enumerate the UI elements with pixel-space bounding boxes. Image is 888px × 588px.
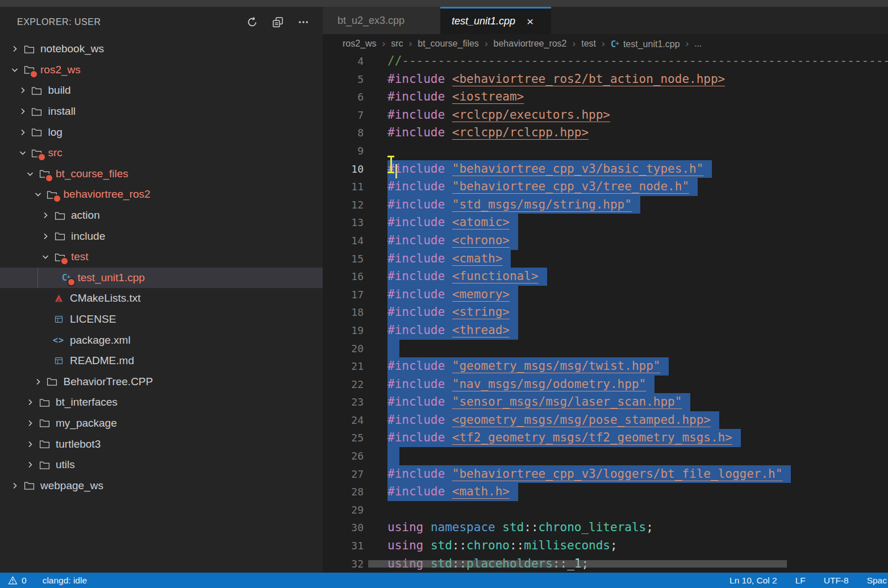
line-number[interactable]: 4 <box>323 52 364 70</box>
tree-item-src[interactable]: src <box>0 143 323 164</box>
tab-test_unit1[interactable]: test_unit1.cpp × <box>440 7 551 34</box>
tree-item-log[interactable]: log <box>0 122 323 143</box>
line-number[interactable]: 8 <box>323 124 364 142</box>
chevron-right-icon[interactable] <box>8 44 22 53</box>
line-number[interactable]: 21 <box>323 357 364 376</box>
code-line-13[interactable]: 13#include <atomic> <box>323 214 888 232</box>
line-number[interactable]: 19 <box>323 322 364 340</box>
code-line-24[interactable]: 24#include <geometry_msgs/msg/pose_stamp… <box>323 411 888 429</box>
encoding-indicator[interactable]: UTF-8 <box>824 576 849 586</box>
code-line-11[interactable]: 11#include "behaviortree_cpp_v3/tree_nod… <box>323 178 888 196</box>
tab-bt_u2_ex3[interactable]: bt_u2_ex3.cpp <box>323 7 440 34</box>
collapse-folders-icon[interactable] <box>272 16 284 28</box>
tree-item-test[interactable]: test <box>0 247 323 268</box>
tree-item-test_unit1.cpp[interactable]: C+test_unit1.cpp <box>0 268 323 289</box>
line-number[interactable]: 13 <box>323 214 364 232</box>
code-line-23[interactable]: 23#include "sensor_msgs/msg/laser_scan.h… <box>323 393 888 411</box>
line-number[interactable]: 20 <box>323 340 364 358</box>
problems-indicator[interactable]: 0 <box>8 576 27 586</box>
chevron-right-icon[interactable] <box>16 86 30 95</box>
code-line-10[interactable]: 10#include "behaviortree_cpp_v3/basic_ty… <box>323 160 888 178</box>
line-number[interactable]: 14 <box>323 232 364 250</box>
eol-indicator[interactable]: LF <box>795 576 806 586</box>
breadcrumb-item[interactable]: src <box>391 39 403 49</box>
chevron-down-icon[interactable] <box>39 252 52 261</box>
tree-item-utils[interactable]: utils <box>0 454 323 476</box>
tree-item-install[interactable]: install <box>0 101 323 122</box>
chevron-right-icon[interactable] <box>23 440 37 449</box>
code-line-17[interactable]: 17#include <memory> <box>323 286 888 304</box>
chevron-right-icon[interactable] <box>16 107 30 116</box>
code-line-20[interactable]: 20 <box>323 340 888 358</box>
breadcrumb-item[interactable]: behaviortree_ros2 <box>494 39 567 49</box>
chevron-down-icon[interactable] <box>8 65 22 74</box>
code-line-15[interactable]: 15#include <cmath> <box>323 250 888 268</box>
breadcrumb-item[interactable]: C+test_unit1.cpp <box>611 39 680 49</box>
chevron-right-icon[interactable] <box>23 419 37 428</box>
line-number[interactable]: 15 <box>323 250 364 268</box>
line-number[interactable]: 12 <box>323 196 364 214</box>
code-line-8[interactable]: 8#include <rclcpp/rclcpp.hpp> <box>323 124 888 142</box>
line-number[interactable]: 24 <box>323 411 364 429</box>
code-line-12[interactable]: 12#include "std_msgs/msg/string.hpp" <box>323 196 888 214</box>
clangd-status[interactable]: clangd: idle <box>43 576 87 586</box>
code-line-31[interactable]: 31using std::chrono::milliseconds; <box>323 537 888 555</box>
line-number[interactable]: 9 <box>323 142 364 160</box>
chevron-right-icon[interactable] <box>31 377 45 386</box>
code-line-26[interactable]: 26 <box>323 447 888 465</box>
code-line-29[interactable]: 29 <box>323 501 888 519</box>
tree-item-README.md[interactable]: README.md <box>0 351 323 372</box>
line-number[interactable]: 26 <box>323 447 364 465</box>
tree-item-action[interactable]: action <box>0 205 323 226</box>
tree-item-bt_interfaces[interactable]: bt_interfaces <box>0 392 323 413</box>
line-number[interactable]: 11 <box>323 178 364 196</box>
line-number[interactable]: 10 <box>323 160 364 178</box>
tree-item-ros2_ws[interactable]: ros2_ws <box>0 60 323 81</box>
line-number[interactable]: 31 <box>323 537 364 555</box>
chevron-right-icon[interactable] <box>23 460 37 469</box>
line-number[interactable]: 29 <box>323 501 364 519</box>
breadcrumb-item[interactable]: test <box>581 39 596 49</box>
tree-item-package.xml[interactable]: <>package.xml <box>0 330 323 351</box>
code-line-28[interactable]: 28#include <math.h> <box>323 483 888 501</box>
line-number[interactable]: 6 <box>323 88 364 106</box>
line-number[interactable]: 17 <box>323 286 364 304</box>
line-number[interactable]: 16 <box>323 268 364 286</box>
chevron-right-icon[interactable] <box>8 481 22 490</box>
indent-indicator[interactable]: Spac <box>867 576 887 586</box>
code-line-19[interactable]: 19#include <thread> <box>323 322 888 340</box>
code-line-9[interactable]: 9 <box>323 142 888 160</box>
chevron-down-icon[interactable] <box>23 169 37 178</box>
tree-item-bt_course_files[interactable]: bt_course_files <box>0 164 323 185</box>
code-line-4[interactable]: 4//-------------------------------------… <box>323 52 888 70</box>
chevron-right-icon[interactable] <box>39 211 52 220</box>
code-line-22[interactable]: 22#include "nav_msgs/msg/odometry.hpp" <box>323 376 888 394</box>
line-number[interactable]: 30 <box>323 519 364 537</box>
refresh-icon[interactable] <box>247 16 258 28</box>
chevron-right-icon[interactable] <box>23 398 37 407</box>
code-line-6[interactable]: 6#include <iostream> <box>323 88 888 106</box>
horizontal-scrollbar-thumb[interactable] <box>368 560 787 568</box>
tree-item-LICENSE[interactable]: LICENSE <box>0 309 323 330</box>
code-line-25[interactable]: 25#include <tf2_geometry_msgs/tf2_geomet… <box>323 429 888 447</box>
code-line-7[interactable]: 7#include <rclcpp/executors.hpp> <box>323 106 888 124</box>
code-line-14[interactable]: 14#include <chrono> <box>323 232 888 250</box>
code-line-21[interactable]: 21#include "geometry_msgs/msg/twist.hpp" <box>323 357 888 376</box>
breadcrumb-item[interactable]: bt_course_files <box>418 39 479 49</box>
line-number[interactable]: 5 <box>323 70 364 89</box>
tree-item-build[interactable]: build <box>0 80 323 101</box>
line-number[interactable]: 28 <box>323 483 364 501</box>
chevron-down-icon[interactable] <box>31 190 45 199</box>
tree-item-include[interactable]: include <box>0 226 323 247</box>
line-number[interactable]: 25 <box>323 429 364 447</box>
tree-item-webpage_ws[interactable]: webpage_ws <box>0 475 323 496</box>
close-icon[interactable]: × <box>527 15 533 27</box>
code-line-27[interactable]: 27#include "behaviortree_cpp_v3/loggers/… <box>323 465 888 483</box>
line-number[interactable]: 22 <box>323 376 364 394</box>
cursor-position[interactable]: Ln 10, Col 2 <box>729 576 777 586</box>
line-number[interactable]: 27 <box>323 465 364 483</box>
chevron-right-icon[interactable] <box>39 232 52 241</box>
code-line-18[interactable]: 18#include <string> <box>323 303 888 322</box>
breadcrumb-item[interactable]: ... <box>694 39 702 49</box>
tree-item-my_package[interactable]: my_package <box>0 413 323 434</box>
